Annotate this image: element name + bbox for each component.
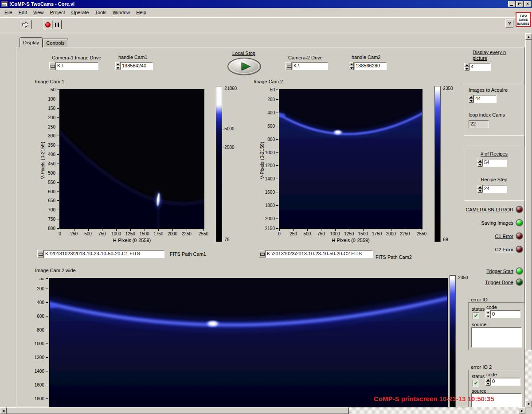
images-to-acquire-value[interactable]: 44 — [473, 95, 497, 103]
handle-cam1-value[interactable]: 138584240 — [120, 62, 153, 70]
scroll-up-button[interactable]: ▲ — [525, 33, 532, 40]
close-button[interactable]: × — [524, 1, 531, 7]
horizontal-scrollbar-thumb[interactable] — [7, 407, 349, 414]
local-stop-button[interactable] — [227, 57, 262, 76]
trigger-start-row: Trigger Start — [446, 267, 523, 275]
trigger-start-led — [516, 268, 523, 274]
error-io2-code-label: code — [486, 372, 497, 377]
c1-error-led — [516, 233, 523, 239]
menu-file[interactable]: File — [1, 8, 16, 16]
display-every-label: Display every n picture — [473, 50, 506, 61]
image-cam2-yaxis: 5020040060080010001200140016001800200021… — [264, 90, 278, 228]
image-cam1-xlabel: H-Pixels (0-2559) — [60, 238, 204, 243]
c2-error-row: C2 Error — [446, 246, 523, 253]
camera1-drive-label: Camera-1 Image Drive — [52, 55, 101, 60]
camera1-drive-path[interactable]: K:\ — [49, 62, 98, 70]
help-button[interactable]: ? — [505, 20, 513, 27]
error-io-status-check[interactable]: ✔ — [473, 312, 479, 319]
error-io2-status-check[interactable]: ✔ — [473, 380, 479, 387]
tab-display[interactable]: Display — [20, 37, 43, 47]
minimize-button[interactable] — [508, 1, 515, 7]
spinner[interactable] — [115, 62, 120, 70]
vi-icon-line3: IMAGES — [517, 22, 529, 26]
spinner[interactable] — [485, 378, 490, 386]
fits-path-cam1-value: K:\20131023\2013-10-23-10-50-20-C1.FITS — [43, 250, 164, 258]
menu-tools[interactable]: Tools — [92, 8, 110, 16]
toolbar: ? — [0, 17, 532, 33]
recipe-step-control[interactable]: 24 — [477, 185, 507, 193]
right-arrow-icon: ▶ — [521, 409, 523, 413]
run-button[interactable] — [20, 20, 32, 29]
camera2-drive-path[interactable]: K:\ — [286, 62, 328, 70]
recipes-value[interactable]: 54 — [482, 159, 507, 167]
camera2-drive-value[interactable]: K:\ — [292, 62, 328, 70]
tab-controls[interactable]: Controls — [43, 39, 68, 47]
vi-icon-line1: TWO — [520, 14, 527, 18]
trigger-done-label: Trigger Done — [485, 280, 513, 285]
handle-cam2-control[interactable]: 138566280 — [349, 62, 387, 70]
stop-icon — [45, 22, 51, 27]
menubar: File Edit View Project Operate Tools Win… — [0, 8, 532, 17]
c2-error-led — [516, 246, 523, 253]
image-cam1-yaxis: 5010015020025030035040045050055060065070… — [46, 90, 59, 228]
error-io2-code-value[interactable]: 0 — [490, 378, 520, 386]
stop-pause-group — [43, 20, 62, 29]
spinner[interactable] — [477, 185, 482, 193]
app-icon — [1, 1, 8, 7]
menu-edit[interactable]: Edit — [16, 8, 30, 16]
scroll-left-button[interactable]: ◀ — [0, 407, 7, 414]
recipe-step-value[interactable]: 24 — [482, 185, 507, 193]
abort-button[interactable] — [43, 20, 53, 29]
camera2-drive-label: Camera-2 Drive — [288, 55, 323, 60]
error-io2-code-control[interactable]: 0 — [485, 378, 520, 386]
c1-error-label: C1 Error — [495, 234, 513, 239]
error-io-code-value[interactable]: 0 — [490, 310, 520, 318]
loop-index-label: loop index Cams — [469, 112, 505, 117]
menu-help[interactable]: Help — [133, 8, 149, 16]
handle-cam1-control[interactable]: 138584240 — [115, 62, 153, 70]
error-io-source-box[interactable] — [471, 327, 522, 348]
image-cam2-xaxis: 02505007501000125015001750200022502550 — [279, 229, 422, 237]
spinner[interactable] — [485, 310, 490, 318]
maximize-icon — [518, 3, 521, 5]
menu-project[interactable]: Project — [47, 8, 68, 16]
scroll-down-button[interactable]: ▼ — [525, 401, 532, 407]
spinner[interactable] — [464, 63, 469, 71]
menu-window[interactable]: Window — [110, 8, 133, 16]
window-title: !CoMP-S TwoCams - Core.vi — [9, 1, 74, 7]
spinner[interactable] — [469, 95, 473, 103]
image-cam2-xlabel: H-Pixels (0-2559) — [279, 238, 422, 243]
recipes-label: # of Recipes — [464, 151, 524, 156]
image-cam1-title: Image Cam 1 — [35, 79, 64, 84]
c2-error-label: C2 Error — [495, 247, 513, 252]
loop-index-indicator: 22 — [469, 120, 489, 128]
image-cam2-color-scale — [434, 86, 441, 242]
maximize-button[interactable] — [516, 1, 523, 7]
run-icon — [22, 22, 30, 27]
handle-cam2-value[interactable]: 138566280 — [354, 62, 387, 70]
vi-icon: TWO CAMS IMAGES — [516, 12, 531, 27]
image-cam2-wide-plot — [49, 278, 448, 407]
camera1-drive-value[interactable]: K:\ — [55, 62, 98, 70]
menu-operate[interactable]: Operate — [68, 8, 92, 16]
error-io2-status-label: status — [472, 374, 485, 379]
image-cam1-xaxis: 02505007501000125015001750200022502550 — [60, 229, 204, 237]
vertical-scrollbar-thumb[interactable] — [525, 40, 532, 350]
printscreen-watermark: CoMP-S printscreen 10-23-13 10:50:35 — [374, 395, 494, 402]
error-io-code-control[interactable]: 0 — [485, 310, 520, 318]
recipes-control[interactable]: 54 — [477, 159, 507, 167]
path-icon[interactable] — [49, 62, 55, 70]
trigger-done-led — [516, 279, 523, 285]
images-to-acquire-control[interactable]: 44 — [469, 95, 497, 103]
display-every-control[interactable]: 4 — [464, 63, 491, 71]
display-every-value[interactable]: 4 — [469, 63, 491, 71]
menu-view[interactable]: View — [30, 8, 47, 16]
spinner[interactable] — [477, 159, 482, 167]
error-io-label: error IO — [471, 297, 488, 302]
scroll-right-button[interactable]: ▶ — [519, 407, 525, 414]
path-icon[interactable] — [286, 62, 292, 70]
pause-button[interactable] — [53, 20, 62, 29]
error-io-status-label: status — [472, 306, 485, 312]
error-io-source-label: source — [472, 322, 486, 327]
spinner[interactable] — [349, 62, 354, 70]
